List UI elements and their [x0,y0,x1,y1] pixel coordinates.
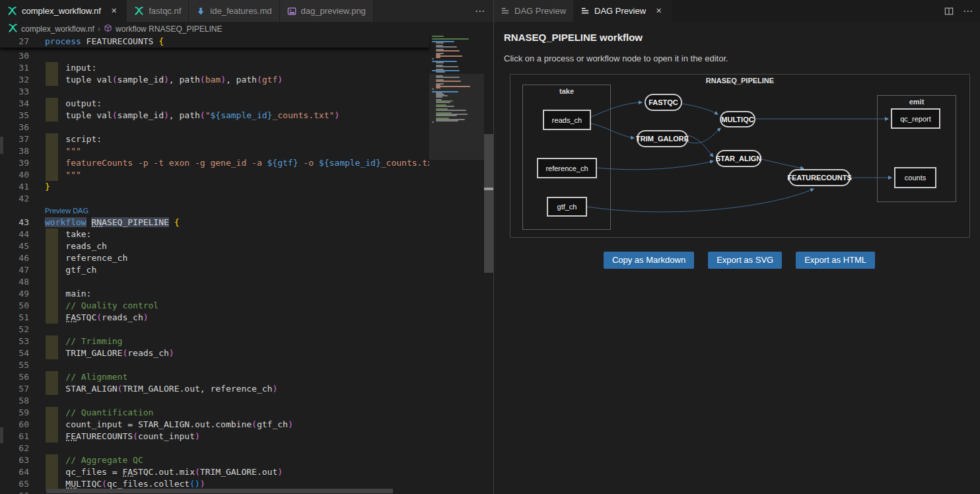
export-as-svg-button[interactable]: Export as SVG [708,252,782,269]
tab-left-ide-features-md[interactable]: ide_features.md [189,0,279,22]
tab-label: fastqc.nf [149,6,181,16]
line-number: 64 [0,466,29,478]
line-number: 47 [0,264,29,276]
line-number: 46 [0,252,29,264]
edge-FASTQC-MULTIQC [682,104,718,114]
line-number: 42 [0,193,29,205]
left-tabs-container: complex_workflow.nf✕fastqc.nfide_feature… [0,0,374,22]
code-line-62: 62 [0,442,429,454]
line-number: 53 [0,335,29,347]
line-number: 34 [0,98,29,110]
dag-node-reads_ch[interactable]: reads_ch [543,110,591,130]
code-line-63: 63 // Aggregate QC [0,454,429,466]
breadcrumb-file[interactable]: complex_workflow.nf [21,24,94,34]
edge-TRIM_GALORE-MULTIQC [688,128,720,143]
dag-node-multiqc[interactable]: MULTIQC [720,111,755,127]
cluster-label: emit [878,98,956,106]
line-number: 30 [0,50,29,62]
editor-group-right: DAG PreviewDAG Preview✕ ⋯ RNASEQ_PIPELIN… [494,0,980,494]
sticky-scroll-line[interactable]: 27process FEATURECOUNTS { [0,36,429,48]
preview-list-icon [501,7,510,15]
minimap-slider[interactable] [429,74,484,160]
line-number: 49 [0,288,29,300]
edge-TRIM_GALORE-STAR_ALIGN [688,135,713,157]
code-line-50: 50 // Quality control [0,300,429,312]
line-number: 36 [0,122,29,133]
tab-label: dag_preview.png [301,6,366,16]
line-number: 51 [0,312,29,324]
tab-right-dag-preview[interactable]: DAG Preview [494,0,574,22]
nextflow-icon [7,6,17,16]
code-line-44: 44 take: [0,229,429,240]
chevron-right-icon: › [98,24,100,34]
dag-node-star_align[interactable]: STAR_ALIGN [716,150,761,167]
editor-group-left: complex_workflow.nf✕fastqc.nfide_feature… [0,0,494,494]
horizontal-scrollbar-thumb[interactable] [46,489,393,493]
dag-node-counts[interactable]: counts [894,167,936,188]
code-line-37: 37 script: [0,133,429,145]
line-number: 37 [0,133,29,145]
code-line-53: 53 // Trimming [0,335,429,347]
line-number: 43 [0,217,29,229]
tab-right-dag-preview[interactable]: DAG Preview✕ [574,0,672,22]
code-line-36: 36 [0,122,429,133]
close-icon[interactable]: ✕ [109,6,119,16]
tab-label: DAG Preview [594,6,646,16]
line-number: 66 [0,490,29,494]
code-line-42: 42 [0,193,429,205]
code-line-34: 34 output: [0,98,429,110]
editor-tabbar-left: complex_workflow.nf✕fastqc.nfide_feature… [0,0,493,22]
code-line-43: 43workflow RNASEQ_PIPELINE { [0,217,429,229]
edge-STAR_ALIGN-FEATURECOUNTS [761,159,804,168]
code-line-38: 38 """ [0,145,429,157]
edge-gtf_ch-FEATURECOUNTS [587,189,814,212]
tab-left-fastqc-nf[interactable]: fastqc.nf [127,0,189,22]
dag-diagram: RNASEQ_PIPELINE takeemitreads_chreferenc… [510,74,970,238]
line-number: 33 [0,86,29,98]
line-number: 40 [0,169,29,181]
code-line-27: 27process FEATURECOUNTS { [0,36,429,48]
line-number: 27 [0,36,29,48]
code-line-49: 49 main: [0,288,429,300]
line-number: 56 [0,371,29,383]
tab-label: ide_features.md [210,6,271,16]
breadcrumb[interactable]: complex_workflow.nf › workflow RNASEQ_PI… [0,22,493,36]
dag-node-qc_report[interactable]: qc_report [891,108,940,129]
code-line-31: 31 input: [0,62,429,74]
dag-node-featurecounts[interactable]: FEATURECOUNTS [788,169,851,186]
code-line-30: 30 [0,50,429,62]
close-icon[interactable]: ✕ [654,6,664,16]
nextflow-icon [134,6,144,16]
codelens-preview-dag[interactable]: Preview DAG [45,207,88,215]
export-as-html-button[interactable]: Export as HTML [796,252,875,269]
code-line-64: 64 qc_files = FASTQC.out.mix(TRIM_GALORE… [0,466,429,478]
code-line-46: 46 reference_ch [0,252,429,264]
symbol-cube-icon [104,24,112,34]
code-line-60: 60 count_input = STAR_ALIGN.out.combine(… [0,419,429,431]
code-line-61: 61 FEATURECOUNTS(count_input) [0,431,429,442]
more-actions-icon[interactable]: ⋯ [963,5,973,17]
code-line-33: 33 [0,86,429,98]
markdown-arrow-icon [196,7,205,16]
more-actions-icon[interactable]: ⋯ [475,0,485,22]
vertical-scrollbar-thumb[interactable] [484,134,493,273]
dag-node-reference_ch[interactable]: reference_ch [537,158,597,178]
dag-node-gtf_ch[interactable]: gtf_ch [547,197,587,217]
dag-node-trim_galore[interactable]: TRIM_GALORE [637,130,688,147]
code-line-51: 51 FASTQC(reads_ch) [0,312,429,324]
code-line-54: 54 TRIM_GALORE(reads_ch) [0,347,429,359]
line-number: 65 [0,478,29,490]
line-number: 39 [0,157,29,169]
edge-reference_ch-STAR_ALIGN [597,161,713,170]
tab-left-dag-preview-png[interactable]: dag_preview.png [280,0,374,22]
code-editor[interactable]: 27process FEATURECOUNTS { 3031 input:32 … [0,36,493,494]
export-button-row: Copy as MarkdownExport as SVGExport as H… [510,252,969,269]
breadcrumb-symbol[interactable]: workflow RNASEQ_PIPELINE [116,24,222,34]
tab-left-complex-workflow-nf[interactable]: complex_workflow.nf✕ [0,0,127,22]
split-editor-icon[interactable] [944,7,954,16]
copy-as-markdown-button[interactable]: Copy as Markdown [604,252,694,269]
line-number: 54 [0,347,29,359]
diagram-title: RNASEQ_PIPELINE [510,77,969,85]
code-line-47: 47 gtf_ch [0,264,429,276]
dag-node-fastqc[interactable]: FASTQC [645,94,682,111]
